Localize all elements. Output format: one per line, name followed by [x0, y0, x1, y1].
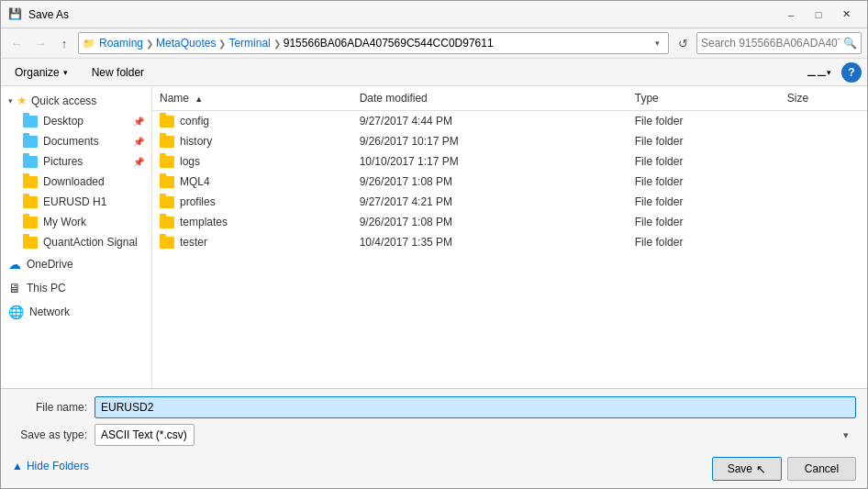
breadcrumb-metaquotes[interactable]: MetaQuotes: [156, 37, 216, 50]
table-row[interactable]: tester 10/4/2017 1:35 PM File folder: [152, 232, 867, 252]
help-button[interactable]: ?: [841, 62, 862, 83]
sort-arrow-icon: ▲: [195, 94, 203, 104]
file-date-cell: 9/26/2017 1:08 PM: [352, 172, 628, 192]
view-icon: ⚊⚊: [807, 66, 827, 79]
file-date-cell: 9/27/2017 4:21 PM: [352, 192, 628, 212]
file-table: Name ▲ Date modified Type Size config 9/…: [152, 86, 867, 252]
breadcrumb: Roaming ❯ MetaQuotes ❯ Terminal ❯ 915566…: [99, 37, 646, 50]
sidebar-item-thispc-label: This PC: [27, 282, 66, 295]
file-folder-icon: [160, 156, 174, 168]
table-row[interactable]: logs 10/10/2017 1:17 PM File folder: [152, 151, 867, 172]
save-button[interactable]: Save ↖: [712, 457, 782, 481]
file-name-cell: logs: [152, 151, 352, 172]
breadcrumb-terminal[interactable]: Terminal: [228, 37, 270, 50]
table-row[interactable]: templates 9/26/2017 1:08 PM File folder: [152, 212, 867, 232]
cancel-button[interactable]: Cancel: [787, 457, 856, 481]
back-button[interactable]: ←: [6, 33, 27, 53]
file-folder-icon: [160, 136, 174, 148]
sidebar-item-desktop[interactable]: Desktop 📌: [1, 111, 151, 131]
file-name-cell: history: [152, 131, 352, 151]
sidebar-item-network-label: Network: [29, 306, 70, 318]
search-icon: 🔍: [843, 37, 857, 50]
col-type[interactable]: Type: [628, 86, 780, 111]
forward-button[interactable]: →: [30, 33, 50, 53]
up-button[interactable]: ↑: [54, 33, 74, 53]
sidebar-item-pictures[interactable]: Pictures 📌: [1, 151, 151, 172]
refresh-button[interactable]: ↺: [673, 32, 693, 54]
close-button[interactable]: ✕: [832, 6, 860, 24]
quick-access-header[interactable]: ▾ ★ Quick access: [1, 90, 151, 111]
view-button[interactable]: ⚊⚊ ▾: [802, 63, 836, 82]
table-row[interactable]: history 9/26/2017 10:17 PM File folder: [152, 131, 867, 151]
new-folder-button[interactable]: New folder: [83, 62, 152, 83]
sidebar-item-quantaction[interactable]: QuantAction Signal: [1, 232, 151, 252]
sidebar-item-network[interactable]: 🌐 Network: [1, 300, 151, 324]
file-name-text: profiles: [180, 195, 216, 208]
file-name-cell: profiles: [152, 192, 352, 212]
file-size-cell: [780, 212, 867, 232]
minimize-button[interactable]: –: [777, 6, 805, 24]
sidebar-item-desktop-label: Desktop: [43, 115, 83, 128]
hide-folders-label: Hide Folders: [27, 460, 89, 472]
sidebar-item-downloaded[interactable]: Downloaded: [1, 172, 151, 192]
sidebar: ▾ ★ Quick access Desktop 📌 Documents 📌 P…: [1, 86, 152, 388]
maximize-button[interactable]: □: [805, 6, 832, 24]
sidebar-item-eurusd[interactable]: EURUSD H1: [1, 192, 151, 212]
pictures-folder-icon: [23, 156, 38, 168]
sidebar-item-documents[interactable]: Documents 📌: [1, 131, 151, 151]
file-type-cell: File folder: [628, 111, 780, 132]
documents-folder-icon: [23, 136, 38, 148]
file-date-cell: 9/27/2017 4:44 PM: [352, 111, 628, 132]
desktop-folder-icon: [23, 116, 38, 128]
search-box[interactable]: 🔍: [696, 32, 862, 54]
col-name[interactable]: Name ▲: [152, 86, 352, 111]
hide-folders-button[interactable]: ▲ Hide Folders: [12, 456, 89, 476]
file-type-cell: File folder: [628, 232, 780, 252]
onedrive-icon: ☁: [8, 257, 21, 272]
address-bar[interactable]: 📁 Roaming ❯ MetaQuotes ❯ Terminal ❯ 9155…: [78, 32, 669, 54]
sidebar-item-thispc[interactable]: 🖥 This PC: [1, 276, 151, 300]
file-folder-icon: [160, 116, 174, 128]
downloaded-folder-icon: [23, 176, 38, 188]
filename-input[interactable]: [95, 396, 856, 418]
col-date[interactable]: Date modified: [352, 86, 628, 111]
view-dropdown-icon: ▾: [827, 68, 831, 77]
file-folder-icon: [160, 217, 174, 228]
sidebar-item-onedrive[interactable]: ☁ OneDrive: [1, 252, 151, 276]
file-name-text: config: [180, 115, 209, 128]
save-as-dialog: 💾 Save As – □ ✕ ← → ↑ 📁 Roaming ❯ MetaQu…: [0, 0, 868, 489]
toolbar-right: ⚊⚊ ▾ ?: [802, 62, 862, 83]
sidebar-item-quantaction-label: QuantAction Signal: [43, 236, 138, 249]
sidebar-item-pictures-label: Pictures: [43, 155, 83, 168]
quick-access-label: Quick access: [31, 94, 96, 107]
file-name-cell: MQL4: [152, 172, 352, 192]
address-dropdown-icon[interactable]: ▾: [650, 39, 664, 48]
file-type-cell: File folder: [628, 131, 780, 151]
file-name-text: tester: [180, 236, 207, 249]
file-name-text: templates: [180, 216, 228, 228]
save-label: Save: [728, 462, 752, 475]
savetype-row: Save as type: ASCII Text (*.csv): [12, 424, 856, 446]
sidebar-item-documents-label: Documents: [43, 135, 99, 148]
savetype-select[interactable]: ASCII Text (*.csv): [95, 424, 195, 446]
file-type-cell: File folder: [628, 172, 780, 192]
filename-label: File name:: [12, 401, 95, 414]
breadcrumb-sep-2: ❯: [218, 39, 226, 49]
file-folder-icon: [160, 237, 174, 249]
table-row[interactable]: MQL4 9/26/2017 1:08 PM File folder: [152, 172, 867, 192]
breadcrumb-roaming[interactable]: Roaming: [99, 37, 143, 50]
search-input[interactable]: [701, 37, 840, 50]
footer-buttons: Save ↖ Cancel: [712, 457, 856, 481]
organize-button[interactable]: Organize ▾: [6, 62, 76, 83]
table-row[interactable]: config 9/27/2017 4:44 PM File folder: [152, 111, 867, 132]
table-row[interactable]: profiles 9/27/2017 4:21 PM File folder: [152, 192, 867, 212]
file-type-cell: File folder: [628, 151, 780, 172]
file-type-cell: File folder: [628, 192, 780, 212]
sidebar-item-mywork[interactable]: My Work: [1, 212, 151, 232]
savetype-label: Save as type:: [12, 428, 95, 441]
savetype-wrapper: ASCII Text (*.csv): [95, 424, 856, 446]
sidebar-item-onedrive-label: OneDrive: [27, 258, 73, 271]
col-size[interactable]: Size: [780, 86, 867, 111]
file-size-cell: [780, 151, 867, 172]
title-bar-buttons: – □ ✕: [777, 6, 860, 24]
